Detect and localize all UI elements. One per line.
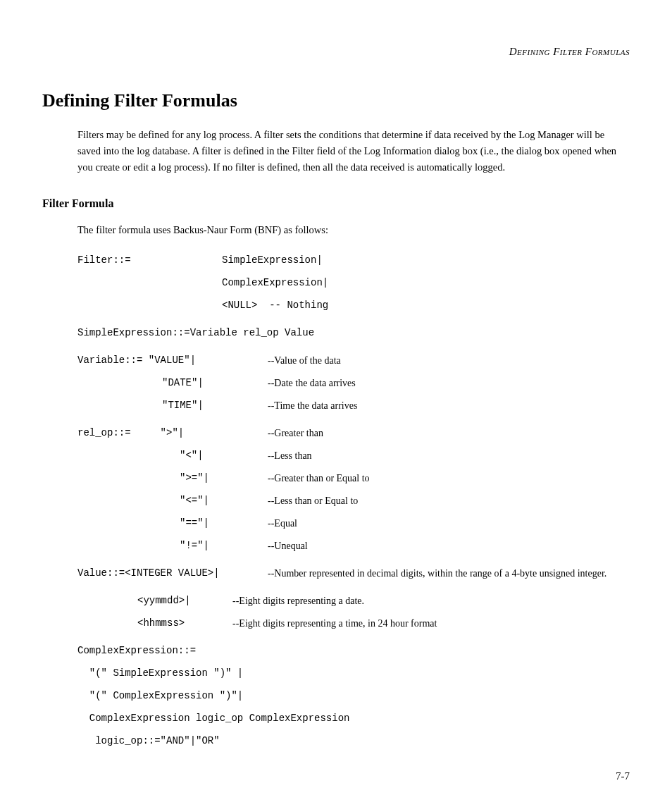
bnf-relop-code: "<="| (180, 493, 268, 508)
bnf-complex-lhs: ComplexExpression::= (77, 643, 196, 658)
bnf-relop-desc: --Equal (268, 516, 630, 531)
bnf-filter-opt: ComplexExpression| (222, 276, 328, 290)
bnf-relop-lhs: rel_op::= ">"| (77, 426, 268, 441)
bnf-relop-code: "=="| (180, 516, 268, 531)
bnf-variable-lhs: Variable::= "VALUE"| (77, 353, 268, 368)
bnf-filter-lhs: Filter::= (77, 253, 222, 268)
intro-paragraph: Filters may be defined for any log proce… (77, 127, 630, 176)
bnf-value-desc: --Number represented in decimal digits, … (261, 566, 630, 581)
bnf-relop-code: "<"| (180, 448, 268, 463)
bnf-value-code: <hhmmss> (137, 616, 232, 631)
bnf-complex-line: "(" ComplexExpression ")"| (77, 689, 630, 703)
bnf-relop-code: "!="| (180, 538, 268, 553)
bnf-value-desc: --Eight digits representing a date. (232, 593, 630, 608)
bnf-relop-desc: --Greater than (268, 426, 630, 441)
bnf-relop-code: ">="| (180, 471, 268, 486)
section-intro: The filter formula uses Backus-Naur Form… (77, 223, 630, 238)
bnf-filter-opt: <NULL> -- Nothing (222, 298, 328, 313)
bnf-variable-desc: --Value of the data (268, 353, 630, 368)
bnf-variable-code: "DATE"| (162, 376, 268, 390)
bnf-value-lhs: Value::=<INTEGER VALUE>| (77, 566, 261, 581)
bnf-grammar-block: Filter::= SimpleExpression| ComplexExpre… (77, 253, 630, 749)
page-title: Defining Filter Formulas (42, 87, 630, 114)
bnf-variable-code: "TIME"| (162, 398, 268, 413)
bnf-relop-desc: --Greater than or Equal to (268, 471, 630, 486)
bnf-relop-desc: --Unequal (268, 538, 630, 553)
section-heading: Filter Formula (42, 195, 630, 212)
bnf-variable-desc: --Time the data arrives (268, 398, 630, 413)
bnf-complex-line: ComplexExpression logic_op ComplexExpres… (77, 711, 630, 726)
page-number: 7-7 (42, 768, 630, 784)
bnf-variable-desc: --Date the data arrives (268, 376, 630, 390)
bnf-complex-line: "(" SimpleExpression ")" | (77, 666, 630, 681)
bnf-value-code: <yymmdd>| (137, 593, 232, 608)
bnf-filter-opt: SimpleExpression| (222, 253, 323, 268)
bnf-value-desc: --Eight digits representing a time, in 2… (232, 616, 630, 631)
running-header: Defining Filter Formulas (42, 44, 630, 60)
bnf-simple-expression: SimpleExpression::=Variable rel_op Value (77, 326, 314, 340)
bnf-complex-line: logic_op::="AND"|"OR" (77, 734, 630, 749)
bnf-relop-desc: --Less than or Equal to (268, 493, 630, 508)
bnf-relop-desc: --Less than (268, 448, 630, 463)
